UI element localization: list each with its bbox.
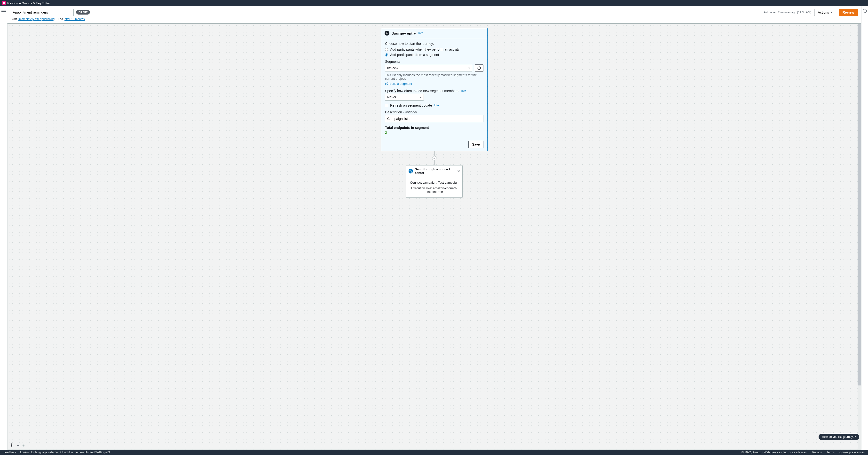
zoom-controls: − +: [9, 443, 25, 448]
external-link-icon: [107, 451, 110, 454]
feedback-prompt[interactable]: How do you like journeys?: [818, 434, 859, 440]
service-icon: [2, 1, 6, 5]
right-info-rail: [861, 6, 868, 450]
radio-segment[interactable]: Add participants from a segment: [385, 53, 484, 57]
segments-label: Segments: [385, 60, 484, 63]
lang-hint-text: Looking for language selection? Find it …: [20, 451, 85, 454]
copyright: © 2022, Amazon Web Services, Inc. or its…: [742, 451, 807, 454]
cc-campaign-line: Connect campaign: Test-campaign: [408, 181, 460, 184]
autosave-text: Autosaved 2 minutes ago (11:38 AM): [763, 11, 811, 14]
build-segment-link[interactable]: Build a segment: [385, 82, 412, 86]
frequency-label: Specify how often to add new segment mem…: [385, 89, 460, 93]
start-label: Start: [11, 18, 17, 21]
segments-help-text: This list only includes the most recentl…: [385, 73, 484, 80]
actions-label: Actions: [818, 10, 829, 14]
frequency-select[interactable]: Never: [385, 94, 424, 101]
build-segment-text: Build a segment: [390, 82, 412, 86]
svg-rect-3: [4, 3, 5, 4]
zoom-out-button[interactable]: −: [17, 443, 19, 448]
status-badge: DRAFT: [76, 10, 90, 14]
external-link-icon: [385, 82, 389, 85]
cc-role-line: Execution role: amazon-connect-pinpoint-…: [408, 186, 460, 194]
footer-bar: Feedback Looking for language selection?…: [0, 450, 868, 455]
refresh-on-update-label: Refresh on segment update: [390, 103, 432, 107]
description-label: Description -: [385, 110, 405, 114]
lang-hint: Looking for language selection? Find it …: [20, 451, 110, 454]
chevron-down-icon: [468, 68, 470, 69]
segments-select[interactable]: list-ccw: [385, 65, 472, 71]
unified-settings-link[interactable]: Unified Settings: [85, 451, 110, 454]
refresh-icon: [477, 66, 481, 70]
cookies-link[interactable]: Cookie preferences: [839, 451, 865, 454]
chevron-down-icon: [831, 12, 832, 13]
refresh-on-update-checkbox[interactable]: [385, 104, 388, 107]
start-value[interactable]: Immediately after publishing: [19, 18, 55, 21]
close-icon[interactable]: ✕: [457, 169, 460, 173]
service-name[interactable]: Resource Groups & Tag Editor: [7, 1, 50, 5]
zoom-in-button[interactable]: +: [22, 443, 25, 448]
refresh-on-update-row[interactable]: Refresh on segment update Info: [385, 103, 484, 107]
cc-title: Send through a contact center: [415, 167, 455, 175]
end-label: End: [58, 18, 63, 21]
review-button[interactable]: Review: [839, 9, 858, 16]
menu-icon[interactable]: [1, 9, 6, 12]
schedule-row: Start Immediately after publishing End a…: [11, 18, 858, 21]
endpoints-label: Total endpoints in segment: [385, 126, 484, 130]
left-nav-rail: [0, 6, 7, 450]
journey-toolbar: DRAFT Autosaved 2 minutes ago (11:38 AM)…: [7, 6, 861, 23]
chevron-down-icon: [420, 97, 422, 98]
svg-rect-2: [3, 3, 4, 4]
connector-line: [434, 151, 434, 156]
radio-segment-label: Add participants from a segment: [390, 53, 439, 57]
journey-entry-card: Journey entry Info Choose how to start t…: [381, 28, 488, 151]
choose-start-label: Choose how to start the journey:: [385, 42, 484, 45]
journey-canvas[interactable]: Journey entry Info Choose how to start t…: [7, 23, 861, 450]
journey-entry-icon: [384, 31, 390, 36]
info-icon[interactable]: [863, 9, 867, 450]
terms-link[interactable]: Terms: [827, 451, 835, 454]
journey-entry-title: Journey entry: [392, 31, 416, 35]
radio-activity[interactable]: Add participants when they perform an ac…: [385, 47, 484, 52]
segments-selected: list-ccw: [387, 66, 398, 70]
refresh-segments-button[interactable]: [475, 64, 484, 72]
scrollbar-track[interactable]: [858, 24, 861, 449]
svg-rect-0: [3, 2, 4, 3]
add-activity-button[interactable]: +: [432, 156, 436, 160]
phone-icon: [408, 169, 413, 173]
description-optional: optional: [405, 110, 417, 114]
unified-text: Unified Settings: [85, 451, 107, 454]
radio-activity-input[interactable]: [385, 48, 388, 51]
save-button[interactable]: Save: [468, 141, 484, 148]
description-input[interactable]: [385, 115, 484, 122]
contact-center-card[interactable]: Send through a contact center ✕ Connect …: [406, 165, 463, 198]
journey-name-input[interactable]: [11, 9, 74, 16]
svg-rect-1: [4, 2, 5, 3]
actions-button[interactable]: Actions: [814, 9, 836, 16]
endpoints-value: 2: [385, 131, 484, 134]
radio-segment-input[interactable]: [385, 53, 388, 57]
feedback-link[interactable]: Feedback: [3, 451, 16, 454]
frequency-selected: Never: [387, 95, 396, 99]
refresh-on-update-info-link[interactable]: Info: [434, 104, 439, 107]
connector-line: [434, 160, 434, 165]
privacy-link[interactable]: Privacy: [812, 451, 822, 454]
end-value[interactable]: after 18 months: [64, 18, 85, 21]
recenter-icon[interactable]: [9, 443, 13, 448]
service-top-bar: Resource Groups & Tag Editor: [0, 0, 868, 6]
journey-entry-info-link[interactable]: Info: [418, 32, 423, 35]
svg-point-4: [11, 445, 12, 446]
frequency-info-link[interactable]: Info: [461, 89, 466, 93]
scrollbar-thumb[interactable]: [858, 24, 861, 386]
radio-activity-label: Add participants when they perform an ac…: [390, 47, 460, 52]
